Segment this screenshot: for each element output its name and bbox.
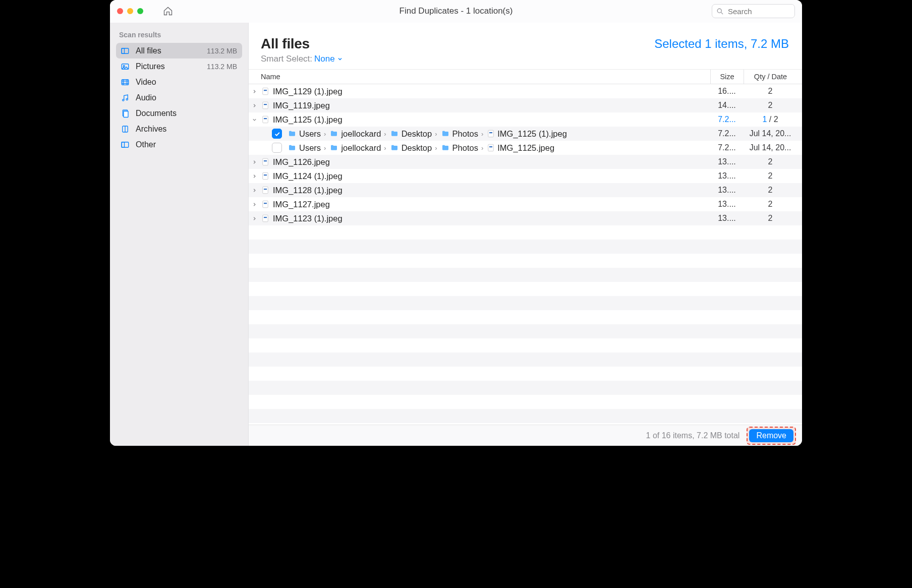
svg-rect-24 — [264, 118, 267, 119]
sidebar: Scan results All files 113.2 MB Pictures… — [110, 23, 249, 446]
path-segment: Photos — [452, 143, 478, 153]
disclosure-toggle[interactable] — [249, 117, 260, 123]
path-separator: › — [434, 130, 438, 138]
disclosure-toggle[interactable] — [249, 159, 260, 165]
empty-row — [249, 409, 802, 423]
table-row[interactable]: IMG_1128 (1).jpeg 13.... 2 — [249, 183, 802, 197]
table-row[interactable]: IMG_1124 (1).jpeg 13.... 2 — [249, 169, 802, 183]
row-checkbox[interactable] — [272, 143, 282, 153]
svg-rect-32 — [264, 174, 267, 175]
sidebar-item-other[interactable]: Other — [116, 137, 242, 152]
file-icon — [260, 101, 271, 110]
svg-rect-36 — [264, 203, 267, 204]
disclosure-toggle[interactable] — [249, 216, 260, 221]
folder-icon — [389, 130, 400, 138]
sidebar-item-label: Other — [136, 140, 232, 149]
svg-rect-22 — [264, 104, 267, 105]
chevron-down-icon — [337, 56, 343, 62]
svg-point-12 — [126, 98, 128, 100]
table-detail-row[interactable]: Users› joellockard› Desktop› Photos› IMG… — [249, 127, 802, 141]
window-minimize-button[interactable] — [127, 8, 133, 14]
column-size[interactable]: Size — [710, 70, 744, 84]
column-qty-date[interactable]: Qty / Date — [744, 70, 797, 84]
file-path: Users› joellockard› Desktop› Photos› IMG… — [287, 143, 710, 153]
table-row[interactable]: IMG_1119.jpeg 14.... 2 — [249, 98, 802, 112]
table-row[interactable]: IMG_1127.jpeg 13.... 2 — [249, 197, 802, 211]
file-icon — [260, 115, 271, 124]
file-name: IMG_1124 (1).jpeg — [271, 171, 710, 181]
remove-button[interactable]: Remove — [749, 429, 793, 442]
file-size: 7.2... — [710, 143, 744, 152]
svg-rect-38 — [264, 217, 267, 218]
svg-rect-26 — [489, 132, 492, 133]
table-header: Name Size Qty / Date — [249, 69, 802, 84]
sidebar-item-archives[interactable]: Archives — [116, 121, 242, 137]
file-size: 13.... — [710, 171, 744, 181]
disclosure-toggle[interactable] — [249, 202, 260, 207]
sidebar-item-video[interactable]: Video — [116, 74, 242, 90]
sidebar-header: Scan results — [116, 29, 242, 43]
sidebar-item-label: All files — [136, 46, 202, 55]
svg-rect-19 — [263, 88, 268, 95]
table-row[interactable]: IMG_1129 (1).jpeg 16.... 2 — [249, 84, 802, 98]
path-segment: joellockard — [341, 129, 381, 139]
sidebar-item-label: Video — [136, 78, 232, 87]
footer-summary: 1 of 16 items, 7.2 MB total — [646, 431, 740, 440]
table-row[interactable]: IMG_1123 (1).jpeg 13.... 2 — [249, 211, 802, 225]
file-icon — [260, 186, 271, 195]
smart-select-value: None — [314, 54, 335, 64]
search-input[interactable] — [727, 7, 790, 16]
table-row[interactable]: IMG_1125 (1).jpeg 7.2... 1 / 2 — [249, 112, 802, 127]
pictures-icon — [120, 62, 131, 71]
file-name: IMG_1125 (1).jpeg — [497, 129, 567, 139]
disclosure-toggle[interactable] — [249, 89, 260, 94]
window-close-button[interactable] — [117, 8, 123, 14]
svg-rect-37 — [263, 215, 268, 222]
disclosure-toggle[interactable] — [249, 173, 260, 179]
footer: 1 of 16 items, 7.2 MB total Remove — [249, 425, 802, 446]
home-button[interactable] — [162, 6, 174, 17]
svg-rect-17 — [122, 142, 129, 147]
search-box[interactable] — [712, 4, 795, 18]
documents-icon — [120, 109, 131, 118]
empty-row — [249, 296, 802, 310]
window-controls — [110, 8, 143, 14]
sidebar-item-label: Pictures — [136, 62, 202, 71]
column-name[interactable]: Name — [261, 73, 710, 81]
file-path: Users› joellockard› Desktop› Photos› IMG… — [287, 129, 710, 139]
sidebar-item-all-files[interactable]: All files 113.2 MB — [116, 43, 242, 58]
svg-rect-21 — [263, 102, 268, 109]
file-qty: 2 — [744, 157, 797, 166]
file-date: Jul 14, 20... — [744, 129, 797, 138]
file-name: IMG_1127.jpeg — [271, 200, 710, 209]
smart-select-row: Smart Select: None — [249, 54, 802, 69]
sidebar-item-audio[interactable]: Audio — [116, 90, 242, 105]
svg-rect-18 — [122, 142, 124, 147]
svg-rect-23 — [263, 116, 268, 123]
svg-rect-3 — [122, 48, 124, 53]
smart-select-dropdown[interactable]: None — [314, 54, 343, 64]
sidebar-item-pictures[interactable]: Pictures 113.2 MB — [116, 58, 242, 74]
empty-row — [249, 225, 802, 240]
remove-button-highlight: Remove — [747, 427, 796, 445]
smart-select-label: Smart Select: — [261, 54, 312, 64]
disclosure-toggle[interactable] — [249, 188, 260, 193]
table-row[interactable]: IMG_1126.jpeg 13.... 2 — [249, 155, 802, 169]
file-size: 13.... — [710, 186, 744, 195]
empty-row — [249, 395, 802, 409]
path-separator: › — [323, 144, 327, 152]
search-icon — [716, 8, 727, 15]
path-separator: › — [480, 144, 484, 152]
empty-row — [249, 282, 802, 296]
disclosure-toggle[interactable] — [249, 103, 260, 108]
window-maximize-button[interactable] — [137, 8, 143, 14]
row-checkbox[interactable] — [272, 129, 282, 139]
sidebar-item-documents[interactable]: Documents — [116, 105, 242, 121]
file-icon — [486, 129, 495, 138]
empty-row — [249, 381, 802, 395]
svg-rect-31 — [263, 172, 268, 180]
file-size: 13.... — [710, 214, 744, 223]
sidebar-item-label: Documents — [136, 109, 232, 118]
table-detail-row[interactable]: Users› joellockard› Desktop› Photos› IMG… — [249, 141, 802, 155]
file-icon — [486, 143, 495, 152]
